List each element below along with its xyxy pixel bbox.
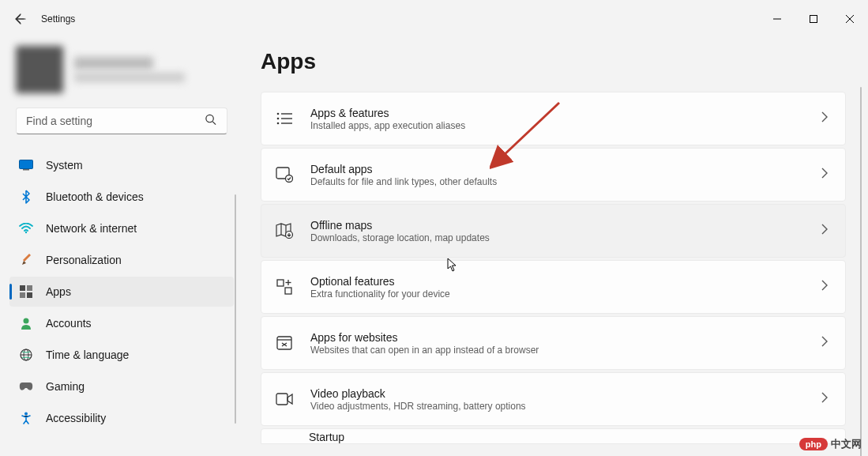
sidebar-item-label: Apps bbox=[46, 285, 71, 298]
sidebar-item-time-language[interactable]: Time & language bbox=[9, 340, 234, 370]
svg-line-5 bbox=[212, 122, 216, 125]
card-desc: Extra functionality for your device bbox=[310, 288, 804, 300]
svg-rect-7 bbox=[23, 169, 29, 171]
svg-rect-10 bbox=[27, 285, 32, 291]
optional-features-icon bbox=[276, 278, 293, 296]
globe-icon bbox=[19, 348, 33, 362]
sidebar-item-label: Bluetooth & devices bbox=[46, 190, 144, 203]
svg-point-20 bbox=[277, 118, 280, 120]
svg-rect-27 bbox=[277, 280, 284, 286]
svg-rect-11 bbox=[20, 292, 25, 298]
sidebar-item-label: Gaming bbox=[46, 380, 85, 393]
sidebar-item-system[interactable]: System bbox=[9, 150, 234, 180]
svg-rect-1 bbox=[810, 16, 817, 23]
watermark-badge: php bbox=[799, 438, 828, 450]
card-title: Offline maps bbox=[310, 219, 804, 232]
card-title: Default apps bbox=[310, 163, 804, 175]
watermark: php 中文网 bbox=[799, 437, 862, 451]
svg-rect-12 bbox=[27, 292, 32, 298]
sidebar-item-label: Network & internet bbox=[46, 222, 137, 235]
card-video-playback[interactable]: Video playback Video adjustments, HDR st… bbox=[261, 372, 846, 426]
chevron-right-icon bbox=[821, 168, 828, 182]
card-title: Video playback bbox=[310, 387, 804, 400]
sidebar-item-gaming[interactable]: Gaming bbox=[9, 371, 234, 401]
sidebar-item-accessibility[interactable]: Accessibility bbox=[9, 403, 234, 433]
profile-name bbox=[74, 57, 153, 70]
video-icon bbox=[276, 390, 293, 408]
sidebar-item-label: Accounts bbox=[46, 317, 92, 330]
card-default-apps[interactable]: Default apps Defaults for file and link … bbox=[261, 148, 846, 202]
svg-point-22 bbox=[277, 122, 280, 125]
sidebar-item-label: Time & language bbox=[46, 349, 129, 361]
svg-point-13 bbox=[24, 318, 29, 324]
sidebar-item-personalization[interactable]: Personalization bbox=[9, 245, 234, 275]
main-scrollbar[interactable] bbox=[860, 87, 862, 456]
card-desc: Defaults for file and link types, other … bbox=[310, 176, 804, 187]
svg-rect-31 bbox=[277, 337, 291, 349]
sidebar-scrollbar[interactable] bbox=[235, 194, 236, 424]
svg-rect-33 bbox=[276, 394, 287, 405]
card-title: Optional features bbox=[310, 275, 804, 288]
websites-icon bbox=[276, 334, 293, 352]
close-button[interactable] bbox=[832, 6, 868, 32]
sidebar-item-network[interactable]: Network & internet bbox=[9, 213, 234, 243]
accessibility-icon bbox=[19, 411, 33, 425]
chevron-right-icon bbox=[821, 280, 828, 294]
sidebar-item-label: Personalization bbox=[46, 254, 122, 266]
svg-rect-6 bbox=[20, 160, 33, 169]
card-title: Startup bbox=[309, 431, 344, 443]
search-icon bbox=[205, 114, 216, 129]
svg-point-8 bbox=[25, 232, 27, 233]
svg-point-4 bbox=[206, 115, 213, 122]
title-bar: Settings bbox=[0, 0, 868, 38]
profile-section[interactable] bbox=[9, 41, 234, 107]
main-content: Apps Apps & features Installed apps, app… bbox=[237, 38, 868, 456]
back-button[interactable] bbox=[14, 13, 27, 25]
card-desc: Video adjustments, HDR streaming, batter… bbox=[310, 401, 804, 412]
profile-email bbox=[74, 73, 185, 82]
default-apps-icon bbox=[276, 166, 293, 183]
map-icon bbox=[276, 222, 293, 239]
svg-rect-28 bbox=[285, 288, 291, 294]
chevron-right-icon bbox=[821, 224, 828, 238]
card-desc: Websites that can open in an app instead… bbox=[310, 345, 804, 356]
sidebar-item-label: Accessibility bbox=[46, 412, 106, 424]
maximize-button[interactable] bbox=[795, 6, 832, 32]
brush-icon bbox=[19, 253, 33, 267]
sidebar: System Bluetooth & devices Network & int… bbox=[0, 38, 237, 456]
window-controls bbox=[759, 6, 868, 32]
card-startup[interactable]: Startup bbox=[261, 428, 846, 444]
apps-icon bbox=[19, 285, 33, 299]
svg-rect-9 bbox=[20, 285, 25, 291]
chevron-right-icon bbox=[821, 336, 828, 350]
search-input[interactable] bbox=[16, 107, 227, 134]
sidebar-item-accounts[interactable]: Accounts bbox=[9, 308, 234, 338]
avatar bbox=[16, 46, 63, 93]
chevron-right-icon bbox=[821, 392, 828, 406]
watermark-text: 中文网 bbox=[831, 437, 862, 451]
sidebar-item-apps[interactable]: Apps bbox=[9, 277, 234, 307]
wifi-icon bbox=[19, 221, 33, 236]
svg-point-17 bbox=[24, 413, 28, 416]
list-icon bbox=[276, 110, 293, 127]
gamepad-icon bbox=[19, 379, 33, 394]
card-title: Apps & features bbox=[310, 107, 804, 119]
accounts-icon bbox=[19, 316, 33, 330]
bluetooth-icon bbox=[19, 190, 33, 204]
card-optional-features[interactable]: Optional features Extra functionality fo… bbox=[261, 260, 846, 314]
svg-point-18 bbox=[277, 113, 280, 115]
card-offline-maps[interactable]: Offline maps Downloads, storage location… bbox=[261, 204, 846, 258]
window-title: Settings bbox=[41, 13, 75, 24]
card-title: Apps for websites bbox=[310, 331, 804, 344]
card-desc: Installed apps, app execution aliases bbox=[310, 120, 804, 131]
page-title: Apps bbox=[261, 49, 846, 74]
sidebar-item-label: System bbox=[46, 159, 83, 171]
card-apps-websites[interactable]: Apps for websites Websites that can open… bbox=[261, 316, 846, 370]
card-desc: Downloads, storage location, map updates bbox=[310, 232, 804, 243]
card-apps-features[interactable]: Apps & features Installed apps, app exec… bbox=[261, 92, 846, 145]
sidebar-nav: System Bluetooth & devices Network & int… bbox=[9, 150, 234, 433]
chevron-right-icon bbox=[821, 111, 828, 126]
sidebar-item-bluetooth[interactable]: Bluetooth & devices bbox=[9, 182, 234, 212]
minimize-button[interactable] bbox=[759, 6, 795, 32]
system-icon bbox=[19, 158, 33, 172]
